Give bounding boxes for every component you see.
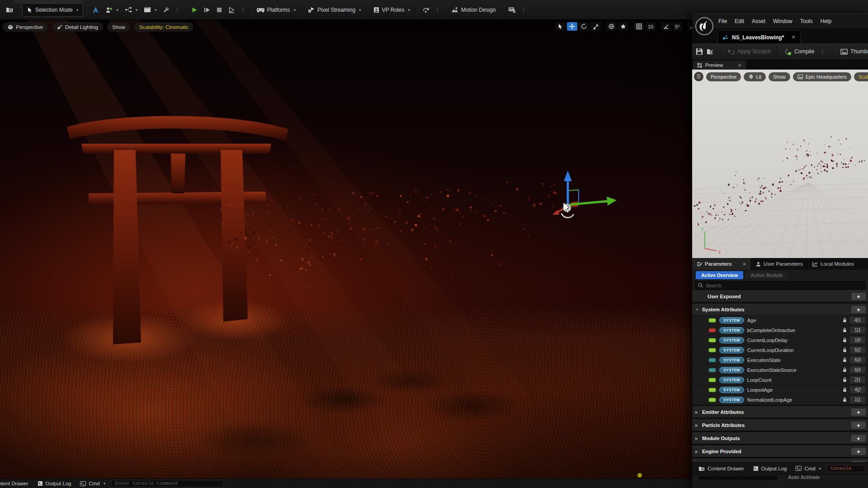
parameter-row[interactable]: SYSTEM CurrentLoopDelay 1|0 xyxy=(692,335,868,345)
thumbnail-button[interactable]: Thumbnail xyxy=(840,48,868,55)
move-tool-button[interactable] xyxy=(567,22,577,31)
preview-lit-dropdown[interactable]: Lit xyxy=(744,72,766,81)
world-local-toggle[interactable] xyxy=(606,22,617,31)
tab-user-parameters[interactable]: User Parameters xyxy=(751,258,808,270)
apply-scratch-button[interactable]: Apply Scratch xyxy=(727,48,771,55)
live-link-button[interactable] xyxy=(419,4,433,16)
play-button[interactable] xyxy=(188,4,201,16)
section-emitter-attributes[interactable]: ▶ Emitter Attributes + xyxy=(692,406,868,418)
niagara-titlebar: File Edit Asset Window Tools Help xyxy=(692,14,868,28)
remote-session-kebab[interactable]: ⋮ xyxy=(519,6,528,13)
asset-tab[interactable]: NS_LeavesBlowing* ✕ xyxy=(717,30,801,44)
live-link-kebab[interactable]: ⋮ xyxy=(433,6,442,13)
menu-tools[interactable]: Tools xyxy=(800,18,813,24)
section-system-attributes[interactable]: ▼ System Attributes + xyxy=(692,304,868,315)
cinematics-dropdown[interactable]: ▾ xyxy=(141,4,160,16)
surface-snapping-button[interactable] xyxy=(618,22,628,31)
section-module-outputs[interactable]: ▶ Module Outputs + xyxy=(692,432,868,444)
active-overview-button[interactable]: Active Overview xyxy=(696,271,743,279)
scale-tool-button[interactable] xyxy=(590,22,601,31)
play-options-kebab[interactable]: ⋮ xyxy=(238,6,248,13)
parameter-row[interactable]: SYSTEM Age 4|1 xyxy=(692,315,868,325)
menu-window[interactable]: Window xyxy=(773,18,793,24)
scalability-warning-pill[interactable]: Scalability: Cinematic xyxy=(134,22,193,32)
parameter-row[interactable]: SYSTEM LoopCount 2|1 xyxy=(692,375,868,385)
search-input[interactable]: Search xyxy=(695,281,865,290)
perspective-dropdown[interactable]: Perspective xyxy=(3,22,48,32)
reference-count: 4|1 xyxy=(850,317,865,324)
preview-perspective-dropdown[interactable]: Perspective xyxy=(706,72,741,81)
stop-button[interactable] xyxy=(213,4,225,16)
add-parameter-button[interactable]: + xyxy=(851,306,866,313)
search-placeholder: Search xyxy=(706,283,722,288)
view-mode-dropdown[interactable]: Detail Lighting xyxy=(52,22,103,32)
select-tool-button[interactable] xyxy=(555,22,566,31)
content-drawer-button[interactable]: Content Drawer xyxy=(0,480,32,487)
menu-file[interactable]: File xyxy=(718,18,727,24)
rotation-snap-value[interactable]: 5° xyxy=(673,22,682,31)
browse-to-asset-button[interactable] xyxy=(707,48,714,55)
cmd-dropdown[interactable]: Cmd ▾ xyxy=(76,480,109,487)
close-icon[interactable]: ✕ xyxy=(791,34,795,40)
remote-session-button[interactable] xyxy=(505,4,519,16)
blueprints-button[interactable] xyxy=(89,4,102,16)
scale-snap-toggle[interactable] xyxy=(688,22,692,31)
menu-edit[interactable]: Edit xyxy=(735,18,744,24)
toolbar-overflow-kebab[interactable]: ⋮ xyxy=(173,6,182,13)
parameter-row[interactable]: SYSTEM bCompleteOnInactive 1|1 xyxy=(692,325,868,335)
parameter-row[interactable]: SYSTEM ExecutionStateSource 6|3 xyxy=(692,365,868,375)
section-particle-attributes[interactable]: ▶ Particle Attributes + xyxy=(692,419,868,431)
selection-mode-dropdown[interactable]: Selection Mode ▾ xyxy=(22,3,83,17)
grid-snap-value[interactable]: 10 xyxy=(646,22,656,31)
add-parameter-button[interactable]: + xyxy=(851,408,866,416)
platforms-dropdown[interactable]: Platforms ▾ xyxy=(254,4,299,16)
section-engine-provided[interactable]: ▶ Engine Provided + xyxy=(692,446,868,457)
niagara-preview-viewport[interactable]: z x ☰ Perspective Lit Show xyxy=(692,70,868,258)
add-parameter-button[interactable]: + xyxy=(851,435,866,442)
save-button[interactable] xyxy=(696,48,703,55)
grid-snap-toggle[interactable] xyxy=(634,22,644,31)
preview-show-dropdown[interactable]: Show xyxy=(769,72,790,81)
launch-button[interactable] xyxy=(225,4,238,16)
niagara-cmd-dropdown[interactable]: Cmd ▾ xyxy=(792,465,825,472)
add-parameter-button[interactable]: + xyxy=(851,422,866,429)
preview-menu-button[interactable]: ☰ xyxy=(694,72,703,81)
compile-options-kebab[interactable]: ⋮ xyxy=(818,48,827,55)
rotate-tool-button[interactable] xyxy=(579,22,589,31)
motion-design-button[interactable]: Motion Design xyxy=(448,4,499,16)
preview-environment-dropdown[interactable]: Epic Headquarters xyxy=(793,72,851,81)
parameter-row[interactable]: SYSTEM LoopedAge 4|2 xyxy=(692,385,868,395)
vp-roles-dropdown[interactable]: VP Roles ▾ xyxy=(370,4,413,16)
pixel-streaming-dropdown[interactable]: Pixel Streaming ▾ xyxy=(305,4,364,16)
content-browser-button[interactable] xyxy=(3,4,16,16)
parameter-row[interactable]: SYSTEM CurrentLoopDuration 5|2 xyxy=(692,345,868,355)
parameter-row[interactable]: SYSTEM ExecutionState 6|3 xyxy=(692,355,868,365)
close-icon[interactable]: ✕ xyxy=(738,63,741,68)
menu-asset[interactable]: Asset xyxy=(752,18,765,24)
frame-skip-button[interactable] xyxy=(201,4,213,16)
preview-tab[interactable]: Preview ✕ xyxy=(693,61,746,70)
node-tools-dropdown[interactable]: ▾ xyxy=(122,4,141,16)
show-dropdown[interactable]: Show xyxy=(107,22,130,32)
tab-local-modules[interactable]: Local Modules xyxy=(808,258,859,270)
rotation-snap-toggle[interactable] xyxy=(661,22,671,31)
editor-tools-button[interactable] xyxy=(160,4,173,16)
output-log-button[interactable]: Output Log xyxy=(34,480,75,487)
compile-button[interactable]: Compile xyxy=(784,48,814,56)
tab-parameters[interactable]: Parameters ✕ xyxy=(692,258,751,270)
menu-help[interactable]: Help xyxy=(821,18,832,24)
transform-gizmo[interactable] xyxy=(552,171,617,218)
add-parameter-button[interactable]: + xyxy=(851,293,866,300)
add-actor-dropdown[interactable]: ▾ xyxy=(102,4,122,16)
preview-scalability-pill[interactable]: Scalability: Cinematic xyxy=(854,72,868,81)
active-module-button[interactable]: Active Module xyxy=(745,271,788,279)
section-user-exposed[interactable]: User Exposed + xyxy=(692,291,868,302)
parameter-row[interactable]: SYSTEM NormalizedLoopAge 1|1 xyxy=(692,395,868,405)
level-viewport[interactable]: Perspective Detail Lighting Show Scalabi… xyxy=(0,20,692,479)
niagara-console-input[interactable]: Enter Console Command xyxy=(826,465,865,472)
console-command-input[interactable]: Enter Console Command xyxy=(111,480,224,487)
add-parameter-button[interactable]: + xyxy=(851,448,866,455)
close-icon[interactable]: ✕ xyxy=(742,262,746,267)
niagara-content-drawer-button[interactable]: Content Drawer xyxy=(695,465,748,472)
niagara-output-log-button[interactable]: Output Log xyxy=(750,465,791,472)
